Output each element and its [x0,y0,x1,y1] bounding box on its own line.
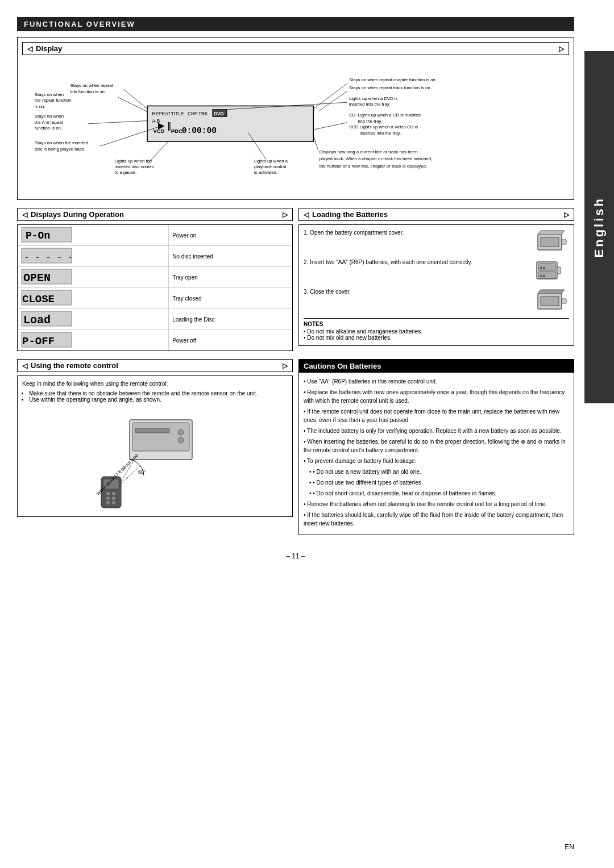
language-label: English [592,197,607,257]
svg-point-83 [112,492,115,495]
svg-point-85 [112,496,115,500]
svg-text:P-On: P-On [26,230,50,241]
notes-box: NOTES • Do not mix alkaline and manganes… [304,318,569,341]
svg-point-86 [106,501,110,504]
svg-rect-64 [541,237,559,247]
svg-line-42 [313,123,347,130]
functional-overview-header: FUNCTIONAL OVERVIEW [17,17,574,31]
page-wrapper: English FUNCTIONAL OVERVIEW Display REPE… [0,17,614,868]
cautions-col: Cautions On Batteries Use "AA" (R6P) bat… [298,359,574,535]
display-cell: CLOSE [18,288,169,309]
svg-text:CLOSE: CLOSE [22,293,55,306]
svg-text:REPEAT: REPEAT [152,111,171,116]
svg-line-50 [313,136,318,151]
cautions-section: Cautions On Batteries Use "AA" (R6P) bat… [298,359,574,535]
display-section: Display REPEAT A-B TITLE CHP.TRK [17,37,574,200]
displays-during-operation-section: P-On Power on - - - - - [17,224,293,351]
svg-point-87 [112,501,115,504]
batteries-section: 1. Open the battery compartment cover. [298,224,574,346]
loading-batteries-col: Loading the Batteries 1. Open the batter… [298,208,574,351]
display-diagram: REPEAT A-B TITLE CHP.TRK DVD VCD PBC 0:0… [22,59,569,195]
svg-text:into the tray.: into the tray. [358,119,382,124]
remote-section: Keep in mind the following when using th… [17,375,293,517]
svg-text:Lights up when the: Lights up when the [115,158,152,164]
page-number: – 11 – EN [17,552,574,571]
cautions-content: Use "AA" (R6P) batteries in this remote … [299,373,574,535]
svg-text:Stays on when repeat track fun: Stays on when repeat track function is o… [349,85,432,90]
battery-close-icon [535,289,569,311]
display-label: Tray closed [169,288,292,309]
display-cell: Load [18,309,169,330]
svg-line-28 [147,141,168,164]
batteries-content: 1. Open the battery compartment cover. [299,225,574,345]
caution-item: To prevent damage or battery fluid leaka… [304,457,569,465]
display-label: Power off [169,330,292,351]
remote-diagram-svg: Within about 17 ft (about 5 m) 60° [84,408,226,511]
svg-text:▶ ‖: ▶ ‖ [158,121,172,131]
svg-text:inserted into the tray.: inserted into the tray. [360,131,401,136]
svg-text:AA: AA [540,265,546,270]
remote-content: Keep in mind the following when using th… [18,376,292,516]
table-row: CLOSE Tray closed [18,288,292,309]
remote-intro: Keep in mind the following when using th… [22,381,288,387]
table-row: OPEN Tray open [18,267,292,288]
display-label: No disc inserted [169,246,292,267]
svg-text:Lights up when a DVD is: Lights up when a DVD is [349,96,398,101]
svg-text:CHP.TRK: CHP.TRK [188,111,208,116]
battery-insert-icon: AA AA [535,259,569,282]
note-2: • Do not mix old and new batteries. [304,335,569,341]
english-sidebar: English [584,51,614,403]
caution-item: Use "AA" (R6P) batteries in this remote … [304,377,569,386]
svg-text:Load: Load [23,314,51,327]
svg-point-79 [178,437,184,443]
lang-label: EN [565,843,574,851]
svg-text:the number of a new title, cha: the number of a new title, chapter or tr… [320,164,427,169]
table-row: - - - - - No disc inserted [18,246,292,267]
svg-text:Stays on when: Stays on when [35,114,64,119]
svg-text:CD:: CD: [349,112,356,118]
svg-text:inserted into the tray.: inserted into the tray. [349,102,390,107]
svg-text:AA: AA [540,273,546,278]
display-cell: P-On [18,225,169,246]
svg-text:the A-B repeat: the A-B repeat [35,120,64,125]
display-cell: - - - - - [18,246,169,267]
table-row: Load Loading the Disc [18,309,292,330]
displays-during-operation-header: Displays During Operation [17,208,293,221]
svg-rect-67 [557,267,561,274]
display-label: Power on [169,225,292,246]
display-header: Display [22,42,569,55]
battery-step-1: 1. Open the battery compartment cover. [304,229,569,252]
cautions-list: Use "AA" (R6P) batteries in this remote … [304,377,569,528]
battery-step-3: 3. Close the cover. [304,289,569,311]
displays-during-operation-col: Displays During Operation P-On [17,208,293,351]
caution-item: If the batteries should leak, carefully … [304,511,569,528]
svg-text:title function is on.: title function is on. [70,89,106,94]
svg-text:P-OFF: P-OFF [22,335,55,348]
svg-text:TITLE: TITLE [171,111,184,116]
caution-item: The included battery is only for verifyi… [304,427,569,435]
svg-text:Lights up when a: Lights up when a [254,158,288,164]
svg-text:is on.: is on. [35,104,45,109]
battery-cover-open-icon [535,229,569,252]
svg-text:function is on.: function is on. [35,126,62,131]
svg-text:60°: 60° [138,469,146,475]
svg-rect-73 [541,297,559,306]
svg-point-82 [106,492,110,495]
cautions-header: Cautions On Batteries [299,360,574,373]
svg-text:Stays on when: Stays on when [35,92,64,97]
svg-text:is activated.: is activated. [254,170,277,175]
svg-text:DVD: DVD [214,111,224,116]
svg-text:disc is being played back.: disc is being played back. [35,147,85,152]
svg-text:Stays on when repeat chapter f: Stays on when repeat chapter function is… [349,77,437,82]
display-label: Tray open [169,267,292,288]
svg-rect-65 [562,240,566,244]
notes-title: NOTES [304,321,569,327]
svg-text:to a pause.: to a pause. [115,170,137,175]
caution-sub-item: • Do not use a new battery with an old o… [304,468,569,476]
note-1: • Do not mix alkaline and manganese batt… [304,328,569,335]
remote-diagram: Within about 17 ft (about 5 m) 60° [22,408,288,512]
display-label: Loading the Disc [169,309,292,330]
svg-text:played back. When a chapter or: played back. When a chapter or track has… [320,156,432,161]
battery-step-2: 2. Insert two "AA" (R6P) batteries, with… [304,259,569,282]
svg-text:- - - - -: - - - - - [24,252,72,262]
